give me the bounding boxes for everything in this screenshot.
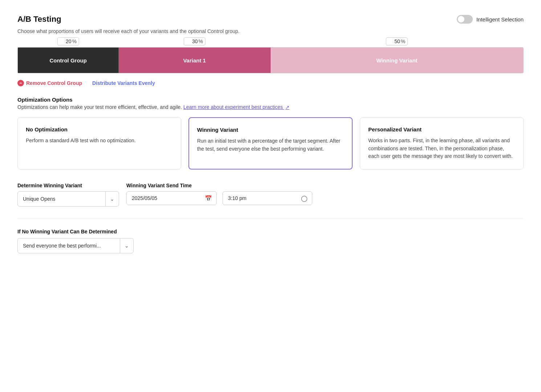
control-group-bar: % Control Group: [18, 48, 119, 73]
winning-variant-bar: % Winning Variant: [270, 48, 523, 73]
no-optimization-title: No Optimization: [26, 126, 173, 132]
variant-bars: % Control Group % Variant 1 % Winning Va…: [17, 47, 524, 73]
no-winning-chevron-icon: ⌄: [120, 243, 133, 249]
variant1-label: Variant 1: [183, 57, 206, 64]
determine-winning-select[interactable]: Unique Opens Unique Clicks Conversion Ra…: [18, 192, 105, 205]
optimization-desc-text: Optimizations can help make your test mo…: [17, 104, 182, 110]
learn-more-link[interactable]: Learn more about experiment best practic…: [183, 104, 289, 110]
intelligent-selection-toggle[interactable]: [457, 15, 473, 24]
no-winning-label: If No Winning Variant Can Be Determined: [17, 229, 524, 234]
intelligent-selection-row: Intelligent Selection: [457, 15, 524, 24]
control-percent-sign: %: [72, 38, 76, 44]
winning-percent-sign: %: [401, 38, 405, 44]
no-optimization-desc: Perform a standard A/B test with no opti…: [26, 137, 173, 145]
optimization-section-desc: Optimizations can help make your test mo…: [17, 104, 524, 110]
variant1-percent-sign: %: [198, 38, 203, 44]
page-subtitle: Choose what proportions of users will re…: [17, 28, 524, 34]
determine-winning-label: Determine Winning Variant: [17, 183, 119, 188]
clock-icon: ◯: [297, 195, 312, 202]
control-percent-wrapper[interactable]: %: [57, 37, 79, 45]
optimization-cards: No Optimization Perform a standard A/B t…: [17, 117, 524, 170]
distribute-label: Distribute Variants Evenly: [92, 80, 155, 86]
personalized-variant-desc: Works in two parts. First, in the learni…: [368, 137, 515, 160]
learn-more-text: Learn more about experiment best practic…: [183, 104, 283, 110]
actions-row: Remove Control Group Distribute Variants…: [17, 80, 524, 86]
remove-control-group-link[interactable]: Remove Control Group: [17, 80, 82, 86]
external-link-icon: ↗︎: [285, 105, 289, 110]
no-winning-section: If No Winning Variant Can Be Determined …: [17, 229, 524, 253]
control-percent-input[interactable]: [60, 38, 71, 44]
no-winning-select[interactable]: Send everyone the best performi... Send …: [18, 239, 120, 252]
section-divider: [17, 218, 524, 219]
page-header: A/B Testing Intelligent Selection: [17, 15, 524, 24]
page-title: A/B Testing: [17, 15, 61, 24]
winning-variant-card[interactable]: Winning Variant Run an initial test with…: [188, 117, 353, 170]
distribute-evenly-link[interactable]: Distribute Variants Evenly: [92, 80, 155, 86]
no-winning-select-wrapper[interactable]: Send everyone the best performi... Send …: [17, 238, 134, 253]
time-input-wrapper[interactable]: ◯: [223, 191, 312, 205]
date-input[interactable]: [127, 192, 200, 205]
variant1-bar: % Variant 1: [119, 48, 270, 73]
winning-variant-card-desc: Run an initial test with a percentage of…: [197, 137, 344, 153]
control-group-label: Control Group: [49, 57, 86, 64]
chevron-down-icon: ⌄: [106, 196, 119, 202]
variant1-percent-wrapper[interactable]: %: [183, 37, 205, 45]
time-input[interactable]: [223, 192, 297, 205]
remove-control-label: Remove Control Group: [26, 80, 82, 86]
optimization-section-title: Optimization Options: [17, 97, 524, 103]
calendar-icon: 📅: [200, 195, 216, 202]
personalized-variant-card[interactable]: Personalized Variant Works in two parts.…: [360, 117, 524, 170]
determine-winning-select-wrapper[interactable]: Unique Opens Unique Clicks Conversion Ra…: [17, 191, 119, 207]
winning-send-time-label: Winning Variant Send Time: [126, 183, 312, 188]
remove-icon: [17, 80, 24, 86]
variant1-percent-input[interactable]: [186, 38, 198, 44]
personalized-variant-title: Personalized Variant: [368, 126, 515, 132]
winning-percent-input[interactable]: [389, 38, 400, 44]
winning-send-time-group: Winning Variant Send Time 📅 ◯: [126, 183, 312, 205]
winning-variant-label: Winning Variant: [376, 57, 417, 64]
determine-winning-group: Determine Winning Variant Unique Opens U…: [17, 183, 119, 207]
winning-percent-wrapper[interactable]: %: [386, 37, 408, 45]
intelligent-selection-label: Intelligent Selection: [476, 16, 524, 23]
date-input-wrapper[interactable]: 📅: [126, 191, 217, 205]
winning-fields-row: Determine Winning Variant Unique Opens U…: [17, 183, 524, 207]
winning-variant-card-title: Winning Variant: [197, 127, 344, 133]
variant-bars-container: % Control Group % Variant 1 % Winning Va…: [17, 47, 524, 73]
date-time-row: 📅 ◯: [126, 191, 312, 205]
no-optimization-card[interactable]: No Optimization Perform a standard A/B t…: [17, 117, 181, 170]
